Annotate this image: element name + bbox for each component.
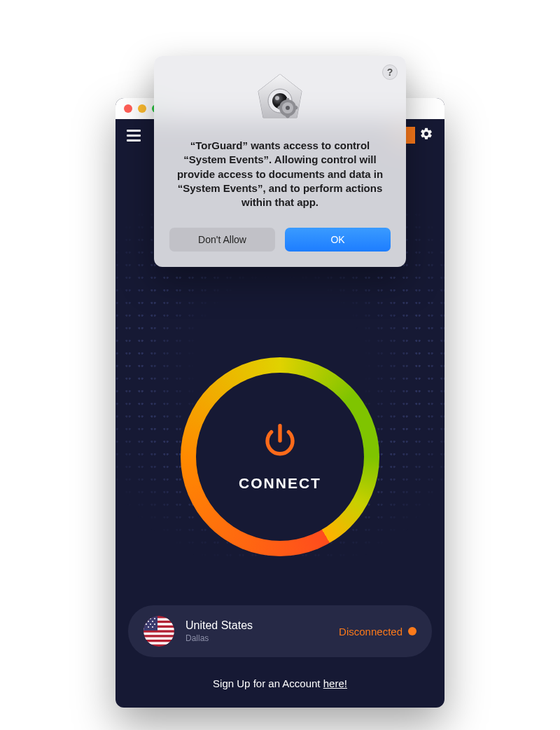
svg-point-24 [275,96,279,100]
connect-label: CONNECT [239,475,321,492]
location-texts: United States Dallas [186,619,253,643]
svg-point-18 [148,626,149,628]
location-city: Dallas [186,633,253,643]
svg-rect-8 [144,642,174,644]
svg-point-10 [146,618,147,619]
svg-rect-7 [144,638,174,640]
flag-icon [144,616,174,647]
help-icon[interactable]: ? [382,64,398,80]
signup-link[interactable]: here! [323,677,347,689]
connection-status: Disconnected [339,626,416,638]
settings-icon[interactable] [419,127,433,144]
dont-allow-button[interactable]: Don't Allow [169,228,275,252]
window-close-button[interactable] [124,104,132,113]
svg-point-19 [152,626,153,628]
automation-icon [253,71,307,126]
dialog-buttons: Don't Allow OK [169,228,391,252]
svg-point-11 [150,618,151,619]
location-card[interactable]: United States Dallas Disconnected [128,605,432,657]
svg-point-16 [150,624,151,625]
svg-point-17 [154,624,155,625]
dialog-message: “TorGuard” wants access to control “Syst… [169,139,391,209]
svg-rect-6 [144,633,174,635]
menu-icon[interactable] [127,130,141,142]
window-minimize-button[interactable] [138,104,146,113]
connect-button[interactable]: CONNECT [181,357,379,556]
signup-prefix: Sign Up for an Account [213,677,323,689]
permission-dialog: ? [154,56,406,267]
status-text: Disconnected [339,626,402,638]
svg-point-15 [146,624,147,625]
ok-button[interactable]: OK [285,228,391,252]
power-icon [261,422,299,462]
svg-point-35 [286,106,290,110]
svg-point-14 [152,621,153,622]
status-dot-icon [408,627,416,635]
svg-rect-9 [144,616,158,631]
location-country: United States [186,619,253,632]
svg-point-12 [154,618,155,619]
svg-point-13 [148,621,149,622]
svg-rect-27 [286,98,289,102]
signup-line: Sign Up for an Account here! [115,677,444,689]
